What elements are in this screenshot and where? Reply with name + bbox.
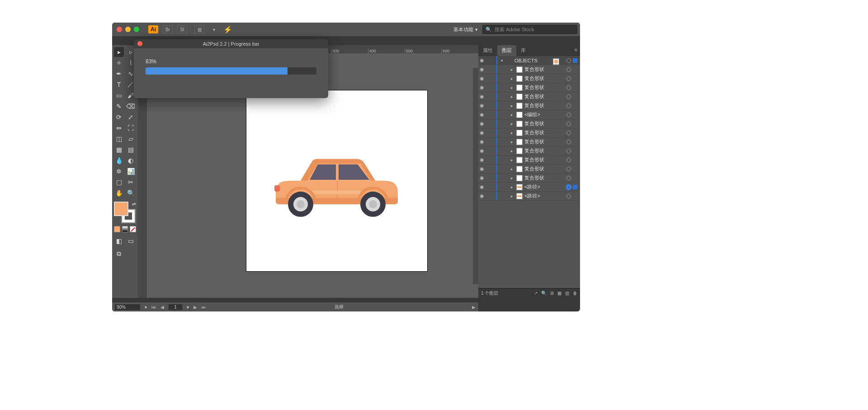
artboard-dropdown-icon[interactable]: ▾	[187, 305, 189, 310]
target-icon[interactable]	[566, 194, 571, 198]
disclosure-icon[interactable]: ▸	[509, 167, 514, 171]
close-window-button[interactable]	[117, 27, 122, 32]
visibility-toggle-icon[interactable]: ◉	[478, 94, 486, 99]
magic-wand-tool[interactable]: ✧	[114, 58, 124, 68]
free-transform-tool[interactable]: ⛶	[126, 123, 136, 133]
target-icon[interactable]	[566, 67, 571, 72]
layer-row[interactable]: ◉▸<编组>	[478, 110, 580, 119]
target-icon[interactable]	[566, 176, 571, 180]
color-mode-gradient[interactable]	[122, 226, 128, 232]
layer-row[interactable]: ◉▸复合形状	[478, 65, 580, 74]
selection-tool[interactable]: ▸	[114, 47, 124, 57]
disclosure-icon[interactable]: ▸	[509, 94, 514, 99]
hand-tool[interactable]: ✋	[114, 188, 124, 198]
dialog-titlebar[interactable]: Ai2Psd 2.2 | Progress bar	[134, 39, 328, 48]
zoom-dropdown-icon[interactable]: ▾	[145, 305, 147, 310]
visibility-toggle-icon[interactable]: ◉	[478, 148, 486, 154]
shaper-tool[interactable]: ✎	[114, 101, 124, 111]
panel-menu-icon[interactable]: ≡	[572, 45, 580, 56]
disclosure-icon[interactable]: ▸	[509, 104, 514, 108]
disclosure-icon[interactable]: ▸	[509, 67, 514, 72]
change-screen-mode[interactable]: ⧉	[114, 249, 124, 259]
symbol-sprayer-tool[interactable]: ✲	[114, 166, 124, 176]
visibility-toggle-icon[interactable]: ◉	[478, 139, 486, 145]
target-icon[interactable]	[566, 104, 571, 108]
rectangle-tool[interactable]: ▭	[114, 90, 124, 100]
disclosure-icon[interactable]: ▸	[509, 158, 514, 162]
color-mode-none[interactable]	[130, 226, 136, 232]
visibility-toggle-icon[interactable]: ◉	[478, 112, 486, 118]
target-icon[interactable]	[566, 94, 571, 99]
layer-row[interactable]: ◉▸复合形状	[478, 174, 580, 183]
target-icon[interactable]	[566, 131, 571, 135]
fill-swatch[interactable]	[114, 202, 128, 216]
draw-mode-icon[interactable]: ◧	[114, 236, 124, 246]
visibility-toggle-icon[interactable]: ◉	[478, 57, 486, 63]
minimize-window-button[interactable]	[125, 27, 131, 32]
stock-search-input[interactable]: 🔍 搜索 Adobe Stock	[482, 25, 577, 34]
zoom-window-button[interactable]	[134, 27, 139, 32]
disclosure-icon[interactable]: ▸	[509, 85, 514, 90]
extra-tool-icon[interactable]: ⚡	[223, 25, 232, 34]
target-icon[interactable]	[566, 122, 571, 126]
artboard-tool[interactable]: ▢	[114, 177, 124, 187]
screen-mode-icon[interactable]: ▭	[126, 236, 136, 246]
visibility-toggle-icon[interactable]: ◉	[478, 184, 486, 190]
last-artboard-button[interactable]: ⏭	[202, 305, 206, 310]
layer-row[interactable]: ◉▸复合形状	[478, 146, 580, 156]
disclosure-icon[interactable]: ▾	[499, 58, 505, 63]
graph-tool[interactable]: 📊	[126, 166, 136, 176]
next-artboard-button[interactable]: ▶	[193, 305, 197, 310]
target-icon[interactable]	[566, 113, 571, 117]
workspace-switcher[interactable]: 基本功能 ▾	[453, 26, 478, 33]
dialog-close-button[interactable]	[137, 41, 142, 46]
panel-dock-strip[interactable]	[473, 68, 478, 284]
pen-tool[interactable]: ✒	[114, 69, 124, 79]
target-icon[interactable]	[566, 76, 571, 81]
target-icon[interactable]	[566, 149, 571, 153]
eyedropper-tool[interactable]: 💧	[114, 156, 124, 165]
layer-row[interactable]: ◉▸复合形状	[478, 119, 580, 128]
zoom-level-input[interactable]: 90%	[115, 304, 140, 310]
layer-row-root[interactable]: ◉ ▾ OBJECTS	[478, 56, 580, 65]
car-artwork[interactable]	[269, 149, 405, 223]
slice-tool[interactable]: ✂	[126, 177, 136, 187]
disclosure-icon[interactable]: ▸	[509, 122, 514, 126]
width-tool[interactable]: ⇔	[114, 123, 124, 133]
blend-tool[interactable]: ◐	[126, 156, 136, 165]
target-icon[interactable]	[566, 158, 571, 162]
target-icon[interactable]	[566, 85, 571, 90]
zoom-tool[interactable]: 🔍	[126, 188, 136, 198]
visibility-toggle-icon[interactable]: ◉	[478, 157, 486, 163]
visibility-toggle-icon[interactable]: ◉	[478, 121, 486, 127]
layer-row[interactable]: ◉▸复合形状	[478, 92, 580, 101]
target-icon[interactable]	[566, 140, 571, 144]
status-play-icon[interactable]: ▶	[472, 305, 476, 310]
target-icon[interactable]	[566, 167, 571, 171]
layer-row[interactable]: ◉▸复合形状	[478, 137, 580, 146]
disclosure-icon[interactable]: ▸	[509, 185, 514, 189]
first-artboard-button[interactable]: ⏮	[151, 305, 156, 310]
layer-row[interactable]: ◉▸复合形状	[478, 74, 580, 83]
artboard[interactable]	[246, 90, 427, 271]
disclosure-icon[interactable]: ▸	[509, 194, 514, 198]
layer-row[interactable]: ◉▸<路径>	[478, 192, 580, 201]
new-layer-button[interactable]: ▥	[565, 291, 569, 296]
layer-row[interactable]: ◉▸复合形状	[478, 128, 580, 137]
prev-artboard-button[interactable]: ◀	[160, 305, 164, 310]
rotate-tool[interactable]: ⟳	[114, 112, 124, 122]
visibility-toggle-icon[interactable]: ◉	[478, 103, 486, 108]
tab-properties[interactable]: 属性	[478, 45, 497, 56]
swap-fill-stroke-icon[interactable]: ⇄	[132, 202, 136, 207]
locate-object-icon[interactable]: ↗	[534, 291, 538, 296]
make-clipping-mask-icon[interactable]: 🔍	[541, 291, 547, 296]
visibility-toggle-icon[interactable]: ◉	[478, 75, 486, 81]
delete-layer-icon[interactable]: 🗑	[573, 291, 577, 296]
type-tool[interactable]: T	[114, 80, 124, 90]
layer-row[interactable]: ◉▸复合形状	[478, 156, 580, 165]
target-icon[interactable]	[566, 58, 571, 63]
visibility-toggle-icon[interactable]: ◉	[478, 130, 486, 136]
layer-row[interactable]: ◉▸<路径>	[478, 183, 580, 192]
eraser-tool[interactable]: ⌫	[126, 101, 136, 111]
visibility-toggle-icon[interactable]: ◉	[478, 193, 486, 199]
